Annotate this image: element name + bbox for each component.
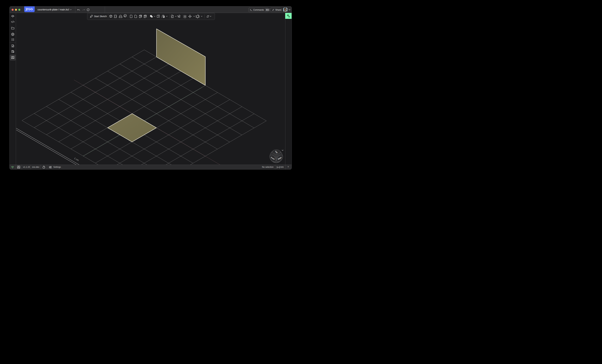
svg-text:Start Sketch: Start Sketch — [94, 15, 107, 18]
svg-text:x: x — [12, 34, 13, 35]
svg-text:1 cm: 1 cm — [74, 157, 79, 162]
